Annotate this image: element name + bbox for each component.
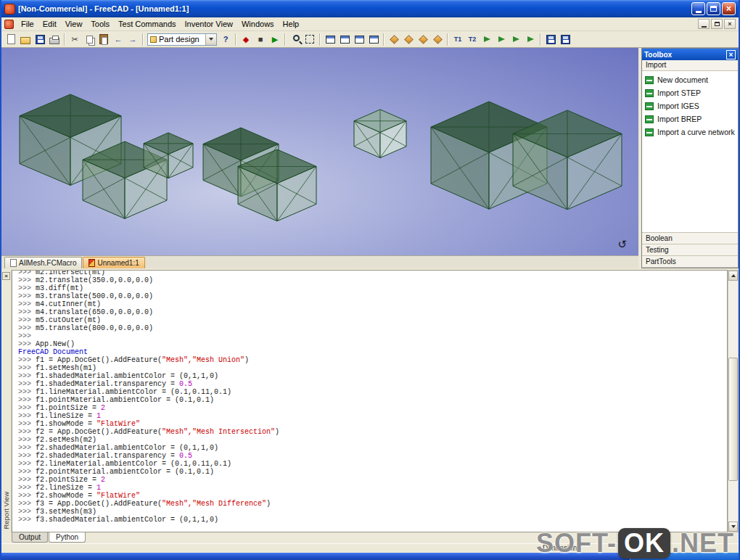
import-iges-icon: [645, 102, 654, 110]
toolbox-section-boolean[interactable]: Boolean: [642, 233, 738, 244]
toolbox-item-import-brep[interactable]: Import BREP: [645, 115, 735, 123]
menu-view[interactable]: View: [61, 18, 87, 30]
3d-viewport[interactable]: ↺: [1, 48, 638, 255]
console-text: f1.lineMaterial.ambientColor = (0.1,0.11…: [36, 388, 231, 396]
toolbox-item-import-a-curve-network[interactable]: Import a curve network: [645, 128, 735, 136]
menu-inventor-view[interactable]: Inventor View: [181, 18, 237, 30]
report-scrollbar[interactable]: [728, 270, 739, 532]
tab-python[interactable]: Python: [49, 532, 86, 543]
report-close-button[interactable]: ×: [2, 272, 10, 280]
cut-button[interactable]: ✂: [67, 32, 82, 46]
console-text: 2: [101, 404, 105, 412]
export-2-button[interactable]: [558, 32, 572, 46]
menu-tools[interactable]: Tools: [86, 18, 114, 30]
toolbox-section-testing[interactable]: Testing: [642, 244, 738, 256]
mesh-tool-3-button[interactable]: [509, 32, 523, 46]
doc-tab-label: Unnamed1:1: [97, 259, 139, 267]
toolbar: ✂ ← → Part design ? ◆ ■ ▶ T1 T2: [1, 31, 739, 48]
undo-button[interactable]: ←: [111, 32, 126, 46]
redo-button[interactable]: →: [126, 32, 140, 46]
doc-tab-allmesh-fcmacro[interactable]: AllMesh.FCMacro: [4, 257, 82, 268]
title-bar[interactable]: [Non-Commercial] - FreeCAD - [Unnamed1:1…: [1, 0, 739, 17]
fit-view-button[interactable]: [303, 32, 317, 46]
export-1-button[interactable]: [543, 32, 558, 46]
document-window-icon[interactable]: [4, 20, 14, 29]
test2-button[interactable]: T2: [465, 32, 480, 46]
view-axo-button[interactable]: [366, 32, 381, 46]
console-text: ): [244, 356, 249, 364]
console-text: >>>: [18, 372, 36, 380]
menu-file[interactable]: File: [17, 18, 38, 30]
toolbox-item-new-document[interactable]: New document: [645, 75, 735, 84]
scroll-up-button[interactable]: [728, 271, 738, 281]
mesh-tool-4-button[interactable]: [523, 32, 538, 46]
menu-windows[interactable]: Windows: [237, 18, 279, 30]
mdi-minimize-button[interactable]: [698, 19, 710, 29]
copy-button[interactable]: [82, 32, 96, 46]
box-tool-3-button[interactable]: [416, 32, 430, 46]
toolbox-item-label: Import STEP: [657, 88, 701, 97]
console-text: >>>: [18, 436, 36, 444]
box-tool-4-button[interactable]: [430, 32, 445, 46]
console-text: f1 = App.DocGet().AddFeature(: [36, 356, 162, 364]
combo-dropdown-button[interactable]: [205, 34, 216, 45]
zoom-button[interactable]: [288, 32, 303, 46]
toolbox-section-parttools[interactable]: PartTools: [642, 256, 738, 268]
new-button[interactable]: [4, 32, 18, 46]
mesh-scene: [1, 48, 638, 255]
console-line: >>> f3.setMesh(m3): [18, 508, 727, 516]
macro-play-button[interactable]: ▶: [268, 32, 282, 46]
chevron-down-icon: [209, 38, 213, 41]
menu-edit[interactable]: Edit: [38, 18, 61, 30]
mesh-tool-1-button[interactable]: [480, 32, 494, 46]
paste-button[interactable]: [96, 32, 111, 46]
rotate-cursor-icon: ↺: [617, 238, 627, 251]
watermark: SOFT-OK.NET: [536, 528, 734, 559]
console-text: f2.showMode =: [36, 492, 96, 500]
freecad-logo-icon: [4, 4, 15, 15]
report-dock-handle[interactable]: × Report View: [1, 270, 12, 532]
macro-record-button[interactable]: ◆: [239, 32, 253, 46]
python-console[interactable]: >>> m2.intersect(mt)>>> m2.translate(350…: [12, 270, 728, 532]
console-line: >>> f2.shadedMaterial.ambientColor = (0,…: [18, 444, 727, 452]
watermark-post: .NET: [672, 528, 734, 559]
box-tool-2-button[interactable]: [401, 32, 416, 46]
restore-button[interactable]: [707, 2, 720, 15]
view-right-button[interactable]: [352, 32, 366, 46]
workbench-combo[interactable]: Part design: [147, 33, 217, 46]
open-button[interactable]: [18, 32, 33, 46]
doc-tab-unnamed1-1[interactable]: Unnamed1:1: [83, 257, 144, 268]
close-button[interactable]: ×: [722, 2, 736, 15]
console-text: >>>: [18, 356, 36, 364]
console-line: FreeCAD Document: [18, 348, 727, 356]
mdi-restore-button[interactable]: [711, 19, 723, 29]
mdi-close-button[interactable]: ×: [724, 19, 736, 29]
console-text: "FlatWire": [96, 420, 140, 428]
console-text: f2.pointMaterial.ambientColor = (0.1,0.1…: [36, 468, 214, 476]
macro-stop-button[interactable]: ■: [253, 32, 268, 46]
save-button[interactable]: [33, 32, 47, 46]
toolbox-close-button[interactable]: ×: [726, 50, 736, 59]
menu-test-commands[interactable]: Test Commands: [114, 18, 180, 30]
tab-output[interactable]: Output: [12, 532, 48, 543]
test1-button[interactable]: T1: [451, 32, 465, 46]
print-button[interactable]: [47, 32, 62, 46]
mesh-tool-2-button[interactable]: [494, 32, 509, 46]
toolbox-tab-import[interactable]: Import: [642, 60, 738, 71]
view-top-button[interactable]: [337, 32, 352, 46]
box-icon: [419, 35, 428, 44]
minimize-button[interactable]: [691, 2, 705, 15]
toolbox-item-import-iges[interactable]: Import IGES: [645, 102, 735, 110]
toolbox-title-bar[interactable]: Toolbox ×: [642, 49, 738, 60]
toolbox-item-import-step[interactable]: Import STEP: [645, 88, 735, 97]
console-text: >>>: [18, 332, 36, 340]
console-line: >>> f3.shadedMaterial.ambientColor = (0,…: [18, 516, 727, 524]
console-text: FreeCAD Document: [18, 348, 88, 356]
box-tool-1-button[interactable]: [387, 32, 401, 46]
whatsthis-button[interactable]: ?: [218, 32, 233, 46]
view-front-button[interactable]: [323, 32, 337, 46]
scroll-thumb[interactable]: [728, 358, 738, 481]
menu-help[interactable]: Help: [279, 18, 304, 30]
console-line: >>> m5.cutOuter(mt): [18, 316, 727, 324]
magnifier-icon: [293, 35, 300, 41]
